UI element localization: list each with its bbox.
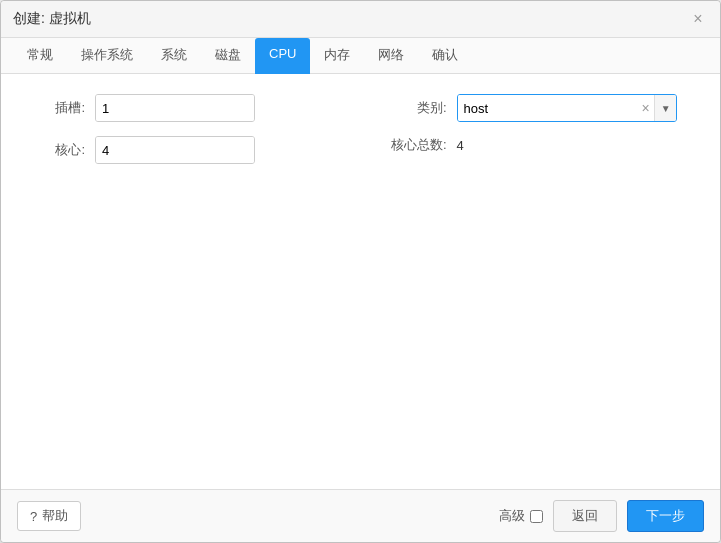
- cores-spinner[interactable]: ▲ ▼: [95, 136, 255, 164]
- sockets-spinner[interactable]: ▲ ▼: [95, 94, 255, 122]
- sockets-input[interactable]: [96, 95, 255, 121]
- left-form-section: 插槽: ▲ ▼ 核心: ▲: [25, 94, 345, 164]
- tab-general[interactable]: 常规: [13, 38, 67, 74]
- tab-network[interactable]: 网络: [364, 38, 418, 74]
- tab-bar: 常规 操作系统 系统 磁盘 CPU 内存 网络 确认: [1, 38, 720, 74]
- help-button[interactable]: ? 帮助: [17, 501, 81, 531]
- tab-os[interactable]: 操作系统: [67, 38, 147, 74]
- total-cores-row: 核心总数: 4: [377, 136, 697, 154]
- tab-memory[interactable]: 内存: [310, 38, 364, 74]
- type-clear-icon[interactable]: ×: [638, 100, 654, 116]
- total-cores-value: 4: [457, 138, 464, 153]
- advanced-checkbox[interactable]: [530, 510, 543, 523]
- back-button[interactable]: 返回: [553, 500, 617, 532]
- cpu-form: 插槽: ▲ ▼ 核心: ▲: [25, 94, 696, 164]
- tab-confirm[interactable]: 确认: [418, 38, 472, 74]
- dialog-header: 创建: 虚拟机 ×: [1, 1, 720, 38]
- tab-disk[interactable]: 磁盘: [201, 38, 255, 74]
- advanced-checkbox-label[interactable]: 高级: [499, 507, 543, 525]
- sockets-label: 插槽:: [25, 99, 85, 117]
- total-cores-label: 核心总数:: [377, 136, 447, 154]
- question-icon: ?: [30, 509, 37, 524]
- advanced-label-text: 高级: [499, 507, 525, 525]
- footer-right: 高级 返回 下一步: [499, 500, 704, 532]
- dialog-title: 创建: 虚拟机: [13, 10, 91, 28]
- right-form-section: 类别: × ▼ 核心总数: 4: [377, 94, 697, 164]
- type-row: 类别: × ▼: [377, 94, 697, 122]
- type-dropdown-icon[interactable]: ▼: [654, 95, 677, 121]
- cores-label: 核心:: [25, 141, 85, 159]
- cores-row: 核心: ▲ ▼: [25, 136, 345, 164]
- tab-system[interactable]: 系统: [147, 38, 201, 74]
- next-button[interactable]: 下一步: [627, 500, 704, 532]
- close-button[interactable]: ×: [688, 9, 708, 29]
- type-label: 类别:: [377, 99, 447, 117]
- dialog-footer: ? 帮助 高级 返回 下一步: [1, 489, 720, 542]
- help-label: 帮助: [42, 507, 68, 525]
- sockets-row: 插槽: ▲ ▼: [25, 94, 345, 122]
- type-input[interactable]: [458, 95, 638, 121]
- footer-left: ? 帮助: [17, 501, 81, 531]
- type-select[interactable]: × ▼: [457, 94, 677, 122]
- tab-cpu[interactable]: CPU: [255, 38, 310, 74]
- cores-input[interactable]: [96, 137, 255, 163]
- create-vm-dialog: 创建: 虚拟机 × 常规 操作系统 系统 磁盘 CPU 内存 网络 确认 插槽:…: [0, 0, 721, 543]
- dialog-body: 插槽: ▲ ▼ 核心: ▲: [1, 74, 720, 489]
